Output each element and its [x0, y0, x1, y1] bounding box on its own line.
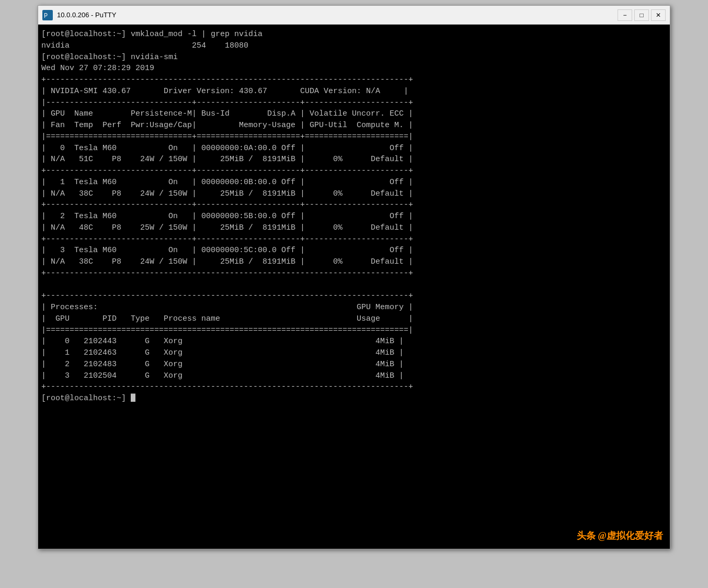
titlebar: P 10.0.0.206 - PuTTY − □ ✕	[38, 6, 670, 25]
minimize-button[interactable]: −	[618, 9, 632, 21]
putty-window: P 10.0.0.206 - PuTTY − □ ✕ [root@localho…	[38, 5, 670, 549]
svg-text:P: P	[44, 13, 48, 20]
maximize-button[interactable]: □	[634, 9, 649, 21]
close-button[interactable]: ✕	[651, 9, 666, 21]
watermark: 头条 @虚拟化爱好者	[577, 529, 663, 542]
window-controls: − □ ✕	[618, 9, 666, 21]
terminal-output[interactable]: [root@localhost:~] vmkload_mod -l | grep…	[38, 25, 670, 549]
putty-icon: P	[42, 10, 53, 20]
window-title: 10.0.0.206 - PuTTY	[57, 11, 618, 19]
